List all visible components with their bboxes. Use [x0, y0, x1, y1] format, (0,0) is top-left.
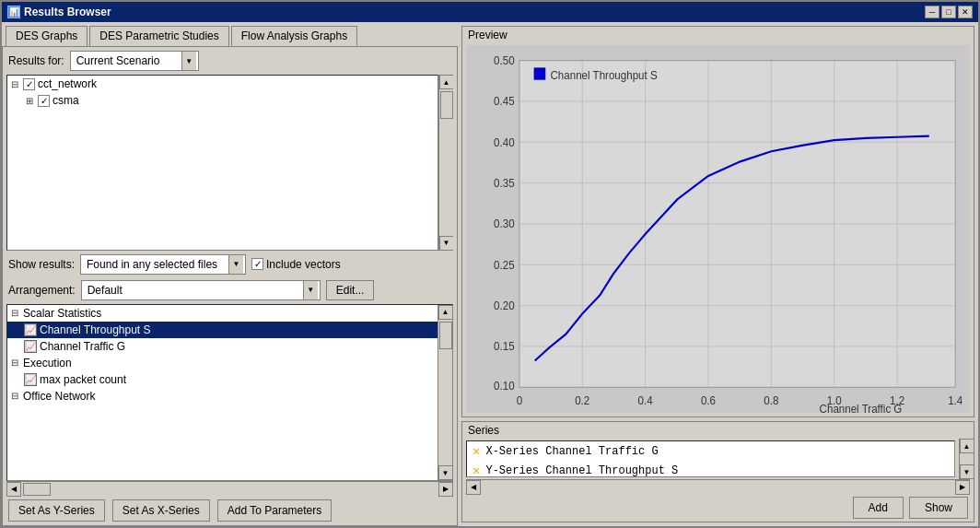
series-x-icon: ✕ — [472, 443, 480, 459]
arrangement-label: Arrangement: — [8, 284, 76, 297]
expand-icon-cct: ⊟ — [11, 79, 20, 89]
expand-icon-office: ⊟ — [11, 391, 20, 401]
list-scroll-left[interactable]: ◀ — [6, 482, 21, 497]
show-results-row: Show results: Found in any selected file… — [3, 251, 457, 278]
tree-scroll-down[interactable]: ▼ — [439, 236, 454, 251]
title-bar: 📊 Results Browser ─ □ ✕ — [2, 2, 978, 22]
series-title: Series — [462, 422, 974, 439]
expand-icon-csma: ⊞ — [26, 96, 35, 106]
svg-text:0.40: 0.40 — [494, 135, 515, 148]
left-panel: DES Graphs DES Parametric Studies Flow A… — [2, 22, 458, 526]
list-item-channel-throughput[interactable]: 📈 Channel Throughput S — [7, 322, 438, 338]
tab-des-parametric[interactable]: DES Parametric Studies — [89, 26, 228, 46]
arrangement-select[interactable]: Default ▼ — [81, 280, 321, 300]
results-for-arrow: ▼ — [181, 52, 196, 70]
svg-text:0.45: 0.45 — [494, 95, 515, 108]
title-bar-left: 📊 Results Browser — [7, 6, 111, 18]
window-icon: 📊 — [7, 6, 20, 18]
list-label-execution: Execution — [23, 357, 72, 370]
edit-button[interactable]: Edit... — [326, 280, 375, 300]
tree-item-cct-network[interactable]: ⊟ ✓ cct_network — [7, 76, 438, 92]
graph-icon-maxpacket: 📈 — [24, 373, 37, 386]
series-section: Series ✕ X-Series Channel Traffic G ✕ Y-… — [461, 421, 974, 522]
tree-label-cct: cct_network — [38, 77, 97, 90]
list-scroll-up[interactable]: ▲ — [438, 305, 453, 320]
series-content: ✕ X-Series Channel Traffic G ✕ Y-Series … — [462, 439, 974, 479]
results-for-select[interactable]: Current Scenario ▼ — [70, 51, 199, 71]
add-params-button[interactable]: Add To Parameters — [217, 499, 332, 522]
svg-text:0.10: 0.10 — [494, 379, 515, 392]
list-scroll-thumb[interactable] — [439, 322, 452, 349]
series-scrollbar-v: ▲ ▼ — [959, 439, 974, 479]
maximize-button[interactable]: □ — [941, 6, 956, 18]
show-results-label: Show results: — [8, 258, 75, 271]
tabs-bar: DES Graphs DES Parametric Studies Flow A… — [2, 22, 458, 46]
series-scroll-down[interactable]: ▼ — [960, 464, 974, 479]
series-label-y: Y-Series Channel Throughput S — [485, 464, 678, 477]
list-label-traffic: Channel Traffic G — [40, 340, 125, 353]
checkbox-cct[interactable]: ✓ — [23, 78, 35, 90]
list-item-channel-traffic[interactable]: 📈 Channel Traffic G — [7, 338, 438, 355]
svg-text:0.25: 0.25 — [494, 258, 515, 271]
list-label-maxpacket: max packet count — [40, 373, 126, 386]
set-y-button[interactable]: Set As Y-Series — [8, 499, 105, 522]
close-button[interactable]: ✕ — [958, 6, 973, 18]
svg-rect-33 — [534, 67, 546, 79]
list-scroll-down[interactable]: ▼ — [438, 465, 453, 480]
series-scrollbar-h: ◀ ▶ — [466, 479, 970, 494]
expand-icon-execution: ⊟ — [11, 358, 20, 368]
svg-text:Channel Throughput S: Channel Throughput S — [551, 68, 658, 81]
main-window: 📊 Results Browser ─ □ ✕ DES Graphs DES P… — [0, 0, 980, 528]
series-bottom-bar: Add Show — [462, 494, 974, 522]
arrangement-row: Arrangement: Default ▼ Edit... — [3, 278, 457, 304]
list-scroll-h-thumb[interactable] — [23, 483, 51, 496]
preview-title: Preview — [462, 27, 974, 43]
preview-section: Preview — [461, 26, 974, 417]
list-label-throughput: Channel Throughput S — [40, 323, 151, 336]
show-button[interactable]: Show — [909, 497, 968, 519]
tab-des-graphs[interactable]: DES Graphs — [6, 26, 88, 46]
results-for-label: Results for: — [8, 54, 64, 67]
svg-text:0: 0 — [517, 394, 523, 407]
set-x-button[interactable]: Set As X-Series — [112, 499, 210, 522]
list-scrollbar-v: ▲ ▼ — [438, 305, 452, 481]
list-scrollbar-h: ◀ ▶ — [6, 481, 453, 496]
list-scroll-right[interactable]: ▶ — [438, 482, 453, 497]
tree-item-csma[interactable]: ⊞ ✓ csma — [7, 92, 438, 109]
series-item-x[interactable]: ✕ X-Series Channel Traffic G — [467, 441, 954, 461]
tab-flow-analysis[interactable]: Flow Analysis Graphs — [231, 26, 357, 46]
list-item-execution[interactable]: ⊟ Execution — [7, 355, 438, 371]
tree-panel: ⊟ ✓ cct_network ⊞ ✓ csma — [6, 75, 438, 251]
list-item-office-network[interactable]: ⊟ Office Network — [7, 388, 438, 405]
list-item-max-packet[interactable]: 📈 max packet count — [7, 371, 438, 388]
checkbox-csma[interactable]: ✓ — [38, 95, 50, 107]
series-item-y[interactable]: ✕ Y-Series Channel Throughput S — [467, 461, 954, 477]
include-vectors-container: ✓ Include vectors — [251, 258, 341, 271]
list-item-scalar-stats[interactable]: ⊟ Scalar Statistics — [7, 305, 438, 322]
series-scroll-right[interactable]: ▶ — [955, 480, 970, 495]
svg-text:0.30: 0.30 — [494, 217, 515, 230]
window-title: Results Browser — [24, 6, 111, 18]
minimize-button[interactable]: ─ — [925, 6, 939, 18]
svg-text:0.50: 0.50 — [494, 54, 515, 67]
show-results-select[interactable]: Found in any selected files ▼ — [80, 254, 246, 275]
results-for-row: Results for: Current Scenario ▼ — [3, 47, 457, 75]
list-label-office: Office Network — [23, 390, 95, 403]
add-button[interactable]: Add — [853, 497, 904, 519]
tree-scroll-thumb[interactable] — [440, 91, 453, 119]
right-panel: Preview — [458, 22, 978, 526]
title-bar-controls: ─ □ ✕ — [925, 6, 973, 18]
include-vectors-checkbox[interactable]: ✓ — [251, 258, 263, 270]
svg-text:1.4: 1.4 — [948, 394, 962, 407]
list-panel-container: ⊟ Scalar Statistics 📈 Channel Throughput… — [6, 304, 453, 482]
list-panel: ⊟ Scalar Statistics 📈 Channel Throughput… — [7, 305, 438, 481]
series-scroll-left[interactable]: ◀ — [466, 480, 481, 495]
svg-text:0.4: 0.4 — [638, 394, 653, 407]
arrangement-arrow: ▼ — [303, 281, 318, 299]
show-results-arrow: ▼ — [228, 255, 243, 274]
svg-text:0.20: 0.20 — [494, 299, 515, 312]
graph-icon-traffic: 📈 — [24, 340, 37, 353]
tree-scroll-up[interactable]: ▲ — [439, 75, 454, 89]
series-scroll-up[interactable]: ▲ — [960, 439, 974, 453]
tree-label-csma: csma — [52, 94, 79, 107]
